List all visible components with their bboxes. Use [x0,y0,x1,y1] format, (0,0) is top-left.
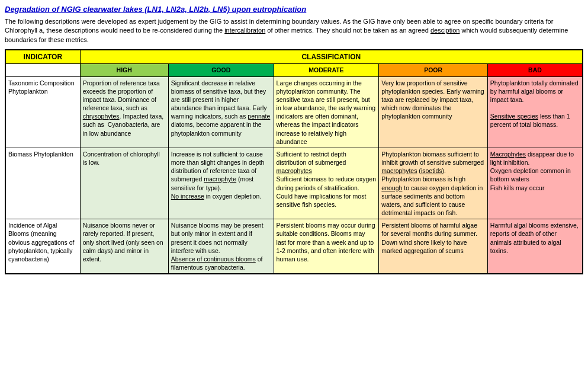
table-row: Taxonomic Composition Phytoplankton Prop… [5,76,583,148]
poor-cell-2: Phytoplankton biomass sufficient to inhi… [379,148,488,219]
header-poor: POOR [379,64,488,76]
good-cell-3: Nuisance blooms may be present but only … [168,219,274,274]
page-title: Degradation of NGIG clearwater lakes (LN… [5,5,583,14]
table-row: Incidence of Algal Blooms (meaning obvio… [5,219,583,274]
indicator-cell-2: Biomass Phytoplankton [5,148,80,219]
intro-text: The following descriptions were develope… [5,17,583,44]
indicator-cell-1: Taxonomic Composition Phytoplankton [5,76,80,148]
header-moderate: MODERATE [274,64,379,76]
moderate-cell-1: Large changes occurring in the phytoplan… [274,76,379,148]
poor-cell-3: Persistent blooms of harmful algae for s… [379,219,488,274]
high-cell-2: Concentration of chlorophyll is low. [80,148,168,219]
header-blank [5,64,80,76]
bad-cell-3: Harmful algal blooms extensive, reports … [487,219,583,274]
classification-table: INDICATOR CLASSIFICATION HIGH GOOD MODER… [5,49,583,274]
moderate-cell-2: Sufficient to restrict depth distributio… [274,148,379,219]
moderate-cell-3: Persistent blooms may occur during suita… [274,219,379,274]
poor-cell-1: Very low proportion of sensitive phytopl… [379,76,488,148]
good-cell-2: Increase is not sufficient to cause more… [168,148,274,219]
table-row: Biomass Phytoplankton Concentration of c… [5,148,583,219]
header-bad: BAD [487,64,583,76]
header-indicator: INDICATOR [5,50,80,64]
indicator-cell-3: Incidence of Algal Blooms (meaning obvio… [5,219,80,274]
high-cell-1: Proportion of reference taxa exceeds the… [80,76,168,148]
header-good: GOOD [168,64,274,76]
header-high: HIGH [80,64,168,76]
bad-cell-1: Phytoplankton totally dominated by harmf… [487,76,583,148]
good-cell-1: Significant decrease in relative biomass… [168,76,274,148]
bad-cell-2: Macrophytes disappear due to light inhib… [487,148,583,219]
high-cell-3: Nuisance blooms never or rarely reported… [80,219,168,274]
header-classification: CLASSIFICATION [80,50,583,64]
